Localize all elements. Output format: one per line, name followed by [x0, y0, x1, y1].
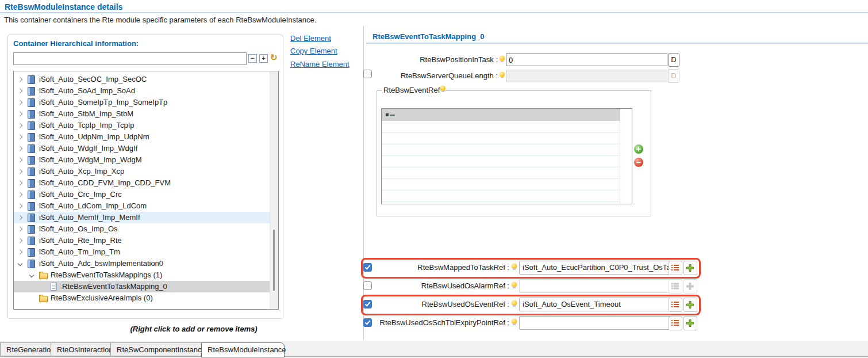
remove-circle-icon[interactable]	[634, 158, 643, 167]
tab-rtegeneration[interactable]: RteGeneration	[0, 342, 51, 356]
tree-item[interactable]: iSoft_Auto_Xcp_Imp_Xcp	[14, 166, 270, 177]
chevron-right-icon[interactable]	[18, 227, 22, 231]
chevron-right-icon[interactable]	[18, 146, 22, 151]
server-queue-length-default-button[interactable]: D	[668, 69, 679, 83]
add-ref-button[interactable]	[683, 279, 697, 294]
browse-list-button[interactable]	[669, 261, 682, 275]
tree-item-label: iSoft_Auto_StbM_Imp_StbM	[39, 109, 133, 118]
ref-entry-icon	[390, 115, 395, 116]
tree-item[interactable]: RteBswExclusiveAreaImpls (0)	[14, 292, 270, 304]
tree-item[interactable]: iSoft_Auto_WdgIf_Imp_WdgIf	[14, 143, 270, 154]
tree-item[interactable]: iSoft_Auto_SoAd_Imp_SoAd	[14, 85, 270, 97]
chevron-down-icon[interactable]	[29, 273, 34, 277]
page-title: RteBswModuleInstance details	[5, 2, 122, 12]
module-icon	[28, 156, 35, 165]
server-queue-length-input[interactable]	[506, 70, 667, 82]
tree-item[interactable]: iSoft_Auto_StbM_Imp_StbM	[14, 108, 270, 120]
chevron-right-icon[interactable]	[18, 204, 22, 208]
bulb-icon	[500, 72, 505, 77]
module-icon	[28, 144, 35, 153]
tree-item[interactable]: iSoft_Auto_WdgM_Imp_WdgM	[14, 154, 270, 166]
hierarchy-tree[interactable]: iSoft_Auto_SecOC_Imp_SecOCiSoft_Auto_SoA…	[13, 71, 279, 310]
browse-list-button[interactable]	[669, 298, 682, 312]
chevron-right-icon[interactable]	[18, 135, 22, 139]
table-row[interactable]	[382, 144, 620, 156]
browse-list-button[interactable]	[669, 316, 682, 330]
tab-rteosinteraction[interactable]: RteOsInteraction	[51, 342, 111, 356]
module-icon	[28, 248, 35, 257]
rename-element-link[interactable]: ReName Element	[290, 60, 349, 68]
add-ref-button[interactable]	[683, 298, 697, 312]
position-in-task-default-button[interactable]: D	[668, 53, 679, 67]
tree-item[interactable]: iSoft_Auto_Os_Imp_Os	[14, 223, 270, 235]
tree-item[interactable]: RteBswEventToTaskMappings (1)	[14, 269, 270, 281]
module-icon	[28, 98, 35, 107]
param-dropdown[interactable]: iSoft_Auto_OsEvent_Timeout	[519, 298, 677, 311]
chevron-right-icon[interactable]	[18, 89, 22, 93]
chevron-right-icon[interactable]	[18, 181, 22, 185]
tree-item[interactable]: iSoft_Auto_UdpNm_Imp_UdpNm	[14, 131, 270, 143]
event-ref-table-header[interactable]	[382, 109, 620, 121]
tree-item-label: iSoft_Auto_Os_Imp_Os	[39, 224, 118, 233]
browse-list-button[interactable]	[669, 279, 682, 294]
del-element-link[interactable]: Del Element	[290, 34, 331, 43]
module-icon	[28, 87, 35, 96]
chevron-right-icon[interactable]	[18, 112, 22, 116]
chevron-right-icon[interactable]	[18, 250, 22, 254]
add-ref-button[interactable]	[683, 261, 697, 275]
chevron-right-icon[interactable]	[18, 100, 22, 105]
event-ref-table[interactable]	[381, 108, 632, 204]
tree-item[interactable]: iSoft_Auto_SecOC_Imp_SecOC	[14, 74, 270, 85]
module-icon	[28, 167, 35, 176]
chevron-down-icon[interactable]	[18, 261, 22, 266]
module-icon	[28, 214, 35, 222]
tree-item[interactable]: iSoft_Auto_Adc_bswImplementation0	[14, 258, 270, 269]
param-dropdown[interactable]	[519, 316, 677, 330]
param-dropdown[interactable]	[519, 279, 677, 293]
table-row[interactable]	[382, 167, 620, 179]
tree-item[interactable]: iSoft_Auto_Tm_Imp_Tm	[14, 246, 270, 258]
collapse-all-icon[interactable]: −	[248, 54, 257, 63]
add-circle-icon[interactable]	[634, 144, 643, 154]
app-window: RteBswModuleInstance details This contai…	[0, 0, 868, 358]
table-row[interactable]	[382, 155, 620, 167]
refresh-icon[interactable]: ↻	[270, 52, 278, 63]
tree-item[interactable]: iSoft_Auto_LdCom_Imp_LdCom	[14, 200, 270, 212]
expand-all-icon[interactable]: +	[259, 54, 268, 63]
param-dropdown[interactable]: iSoft_Auto_EcucPartition_C0P0_Trust_OsTa	[519, 261, 677, 275]
ref-label: RteBswMappedToTaskRef :	[356, 263, 509, 272]
chevron-right-icon[interactable]	[18, 192, 22, 197]
tree-item[interactable]: iSoft_Auto_Crc_Imp_Crc	[14, 189, 270, 200]
chevron-right-icon[interactable]	[18, 238, 22, 243]
chevron-right-icon[interactable]	[18, 77, 22, 82]
position-in-task-input[interactable]	[506, 54, 667, 66]
tab-rtebswmoduleinstance[interactable]: RteBswModuleInstance	[201, 342, 285, 357]
table-row[interactable]	[382, 190, 620, 202]
tab-rteswcomponentinstance[interactable]: RteSwComponentInstance	[110, 342, 202, 356]
module-icon	[28, 121, 35, 130]
tree-item[interactable]: iSoft_Auto_Rte_Imp_Rte	[14, 235, 270, 246]
tree-scrollbar[interactable]	[270, 71, 278, 309]
container-hierarchy-group: Container Hierarchical information: − + …	[7, 35, 283, 319]
tree-item[interactable]: iSoft_Auto_MemIf_Imp_MemIf	[14, 212, 270, 223]
module-icon	[28, 110, 35, 119]
table-row[interactable]	[382, 132, 620, 144]
group-title: Container Hierarchical information:	[13, 39, 139, 48]
tree-item[interactable]: iSoft_Auto_CDD_FVM_Imp_CDD_FVM	[14, 177, 270, 189]
table-row[interactable]	[382, 121, 620, 133]
tree-item[interactable]: iSoft_Auto_SomeIpTp_Imp_SomeIpTp	[14, 97, 270, 108]
module-icon	[28, 202, 35, 211]
table-row[interactable]	[382, 178, 620, 191]
event-ref-legend-text: RteBswEventRef	[383, 86, 440, 94]
tree-item[interactable]: iSoft_Auto_TcpIp_Imp_TcpIp	[14, 120, 270, 131]
chevron-right-icon[interactable]	[18, 158, 22, 162]
add-ref-button[interactable]	[683, 316, 697, 330]
chevron-right-icon[interactable]	[18, 215, 22, 220]
tree-scrollbar-thumb[interactable]	[273, 230, 275, 291]
chevron-right-icon[interactable]	[18, 123, 22, 128]
chevron-right-icon[interactable]	[18, 169, 22, 174]
tree-item-label: iSoft_Auto_SecOC_Imp_SecOC	[39, 75, 147, 83]
tree-item[interactable]: RteBswEventToTaskMapping_0	[14, 281, 270, 292]
copy-element-link[interactable]: Copy Element	[290, 47, 337, 55]
tree-filter-input[interactable]	[13, 52, 247, 65]
